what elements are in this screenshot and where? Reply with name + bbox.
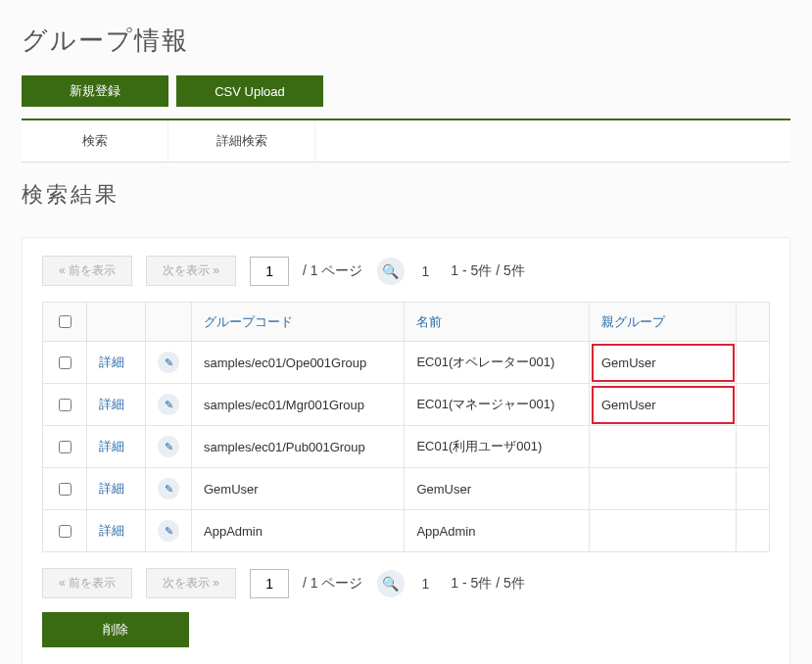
- current-page-label: 1: [422, 263, 430, 279]
- cell-trail: [737, 468, 770, 510]
- csv-upload-button[interactable]: CSV Upload: [176, 75, 323, 107]
- cell-parent: GemUser: [590, 384, 737, 426]
- detail-link[interactable]: 詳細: [99, 439, 124, 453]
- pencil-icon[interactable]: ✎: [158, 352, 179, 373]
- tab-search[interactable]: 検索: [22, 120, 168, 162]
- page-of-label: / 1 ページ: [303, 262, 362, 280]
- search-icon: 🔍: [382, 576, 399, 592]
- select-all-checkbox[interactable]: [59, 315, 72, 328]
- cell-name: EC01(マネージャー001): [405, 384, 590, 426]
- prev-page-button-bottom[interactable]: « 前を表示: [42, 568, 132, 598]
- row-checkbox[interactable]: [59, 441, 72, 453]
- col-header-detail: [87, 303, 146, 342]
- delete-button[interactable]: 削除: [42, 612, 189, 647]
- page-of-label-bottom: / 1 ページ: [303, 575, 362, 593]
- table-row: 詳細✎samples/ec01/Pub001GroupEC01(利用ユーザ001…: [43, 426, 770, 468]
- page-stats: 1 - 5件 / 5件: [451, 262, 524, 280]
- cell-name: EC01(利用ユーザ001): [405, 426, 590, 468]
- table-row: 詳細✎GemUserGemUser: [43, 468, 770, 510]
- detail-link[interactable]: 詳細: [99, 481, 124, 496]
- detail-link[interactable]: 詳細: [99, 355, 124, 369]
- tab-bar: 検索 詳細検索: [22, 119, 790, 163]
- cell-name: GemUser: [405, 468, 590, 510]
- cell-code: GemUser: [192, 468, 405, 510]
- col-header-edit: [146, 303, 192, 342]
- cell-parent: GemUser: [590, 342, 737, 384]
- page-title: グループ情報: [22, 24, 790, 58]
- cell-name: EC01(オペレーター001): [405, 342, 590, 384]
- pencil-icon[interactable]: ✎: [158, 436, 179, 457]
- table-row: 詳細✎AppAdminAppAdmin: [43, 510, 770, 552]
- cell-parent: [590, 510, 737, 552]
- action-button-row: 新規登録 CSV Upload: [22, 75, 790, 107]
- col-header-check: [43, 303, 87, 342]
- cell-code: samples/ec01/Pub001Group: [192, 426, 405, 468]
- pencil-icon[interactable]: ✎: [158, 394, 179, 415]
- pencil-icon[interactable]: ✎: [158, 478, 179, 499]
- cell-code: samples/ec01/Mgr001Group: [192, 384, 405, 426]
- col-header-parent[interactable]: 親グループ: [590, 303, 737, 342]
- page-number-input-bottom[interactable]: [250, 569, 289, 598]
- cell-trail: [737, 384, 770, 426]
- next-page-button-bottom[interactable]: 次を表示 »: [146, 568, 236, 598]
- search-icon: 🔍: [382, 263, 399, 279]
- row-checkbox[interactable]: [59, 483, 72, 496]
- cell-name: AppAdmin: [405, 510, 590, 552]
- cell-code: AppAdmin: [192, 510, 405, 552]
- cell-trail: [737, 342, 770, 384]
- page-stats-bottom: 1 - 5件 / 5件: [451, 575, 524, 593]
- prev-page-button[interactable]: « 前を表示: [42, 256, 132, 286]
- results-panel: « 前を表示 次を表示 » / 1 ページ 🔍 1 1 - 5件 / 5件 グル…: [22, 237, 790, 664]
- cell-parent: [590, 468, 737, 510]
- cell-trail: [737, 510, 770, 552]
- cell-trail: [737, 426, 770, 468]
- cell-code: samples/ec01/Ope001Group: [192, 342, 405, 384]
- results-table: グループコード 名前 親グループ 詳細✎samples/ec01/Ope001G…: [42, 302, 770, 552]
- current-page-label-bottom: 1: [422, 576, 430, 592]
- table-header-row: グループコード 名前 親グループ: [43, 303, 770, 342]
- detail-link[interactable]: 詳細: [99, 523, 124, 538]
- detail-link[interactable]: 詳細: [99, 397, 124, 411]
- row-checkbox[interactable]: [59, 356, 72, 369]
- table-row: 詳細✎samples/ec01/Mgr001GroupEC01(マネージャー00…: [43, 384, 770, 426]
- page-go-button[interactable]: 🔍: [377, 258, 405, 285]
- pencil-icon[interactable]: ✎: [158, 520, 179, 542]
- cell-parent: [590, 426, 737, 468]
- pager-bottom: « 前を表示 次を表示 » / 1 ページ 🔍 1 1 - 5件 / 5件: [42, 568, 770, 598]
- page-go-button-bottom[interactable]: 🔍: [377, 570, 405, 597]
- pager-top: « 前を表示 次を表示 » / 1 ページ 🔍 1 1 - 5件 / 5件: [42, 256, 770, 286]
- results-heading: 検索結果: [22, 180, 790, 210]
- table-row: 詳細✎samples/ec01/Ope001GroupEC01(オペレーター00…: [43, 342, 770, 384]
- new-register-button[interactable]: 新規登録: [22, 75, 168, 107]
- page-number-input[interactable]: [250, 257, 289, 286]
- col-header-name[interactable]: 名前: [405, 303, 590, 342]
- row-checkbox[interactable]: [59, 399, 72, 411]
- next-page-button[interactable]: 次を表示 »: [146, 256, 236, 286]
- col-header-code[interactable]: グループコード: [192, 303, 405, 342]
- row-checkbox[interactable]: [59, 525, 72, 538]
- col-header-trail: [737, 303, 770, 342]
- tab-advanced-search[interactable]: 詳細検索: [168, 120, 315, 162]
